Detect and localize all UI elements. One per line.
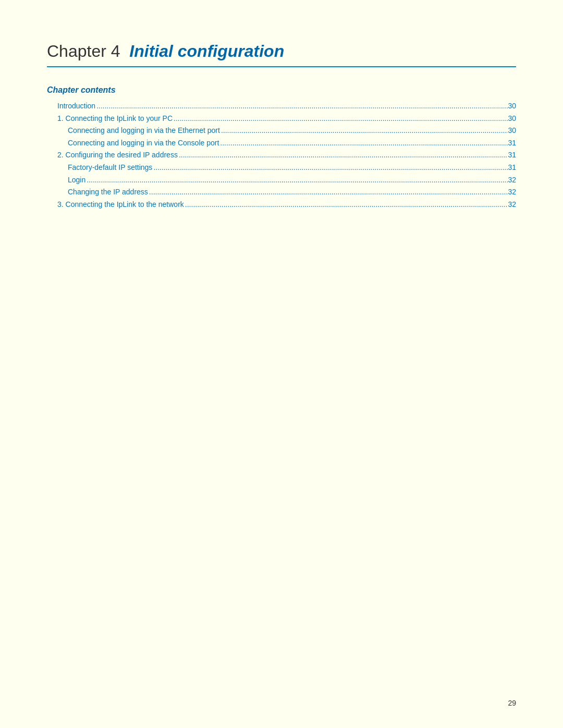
toc-page-connecting-network: 32 (508, 200, 516, 208)
chapter-header: Chapter 4 Initial configuration (47, 42, 516, 67)
toc-dots-console: ........................................… (219, 138, 508, 149)
chapter-prefix: Chapter 4 (47, 42, 120, 60)
toc-page-configuring-ip: 31 (508, 151, 516, 159)
toc-dots-factory: ........................................… (152, 163, 508, 173)
toc-dots-login: ........................................… (85, 175, 508, 186)
toc-row: Connecting and logging in via the Consol… (47, 138, 516, 149)
toc-entry-changing-ip[interactable]: Changing the IP address (68, 188, 148, 196)
toc-row: 3. Connecting the IpLink to the network … (47, 200, 516, 210)
toc-row: Introduction ...........................… (47, 101, 516, 112)
toc-page-connecting-pc: 30 (508, 114, 516, 122)
toc-dots-connecting-network: ........................................… (184, 200, 508, 210)
toc-list: Introduction ...........................… (47, 101, 516, 209)
toc-row: Login ..................................… (47, 175, 516, 186)
toc-row: 1. Connecting the IpLink to your PC ....… (47, 114, 516, 124)
toc-row: Connecting and logging in via the Ethern… (47, 126, 516, 136)
toc-page-console: 31 (508, 139, 516, 147)
toc-entry-connecting-network[interactable]: 3. Connecting the IpLink to the network (57, 200, 184, 208)
toc-entry-connecting-pc[interactable]: 1. Connecting the IpLink to your PC (57, 114, 173, 122)
chapter-contents: Chapter contents Introduction ..........… (47, 85, 516, 209)
toc-dots-ethernet: ........................................… (220, 126, 508, 136)
toc-dots-connecting-pc: ........................................… (173, 114, 508, 124)
toc-entry-login[interactable]: Login (68, 176, 85, 184)
toc-page-login: 32 (508, 176, 516, 184)
chapter-contents-heading: Chapter contents (47, 85, 516, 95)
toc-row: Factory-default IP settings ............… (47, 163, 516, 173)
toc-page-factory: 31 (508, 163, 516, 171)
chapter-title-bold: Initial configuration (129, 42, 284, 60)
toc-entry-ethernet[interactable]: Connecting and logging in via the Ethern… (68, 126, 220, 134)
toc-row: 2. Configuring the desired IP address ..… (47, 150, 516, 161)
page-container: Chapter 4 Initial configuration Chapter … (0, 0, 563, 728)
toc-dots-configuring-ip: ........................................… (178, 150, 508, 161)
toc-entry-factory[interactable]: Factory-default IP settings (68, 163, 152, 171)
toc-page-introduction: 30 (508, 102, 516, 110)
toc-entry-configuring-ip[interactable]: 2. Configuring the desired IP address (57, 151, 178, 159)
chapter-title: Chapter 4 Initial configuration (47, 42, 516, 61)
toc-dots-changing-ip: ........................................… (148, 187, 508, 198)
page-number: 29 (508, 699, 516, 707)
toc-page-ethernet: 30 (508, 126, 516, 134)
toc-dots-introduction: ........................................… (95, 101, 508, 112)
toc-entry-console[interactable]: Connecting and logging in via the Consol… (68, 139, 219, 147)
toc-row: Changing the IP address ................… (47, 187, 516, 198)
toc-page-changing-ip: 32 (508, 188, 516, 196)
toc-entry-introduction[interactable]: Introduction (57, 102, 95, 110)
